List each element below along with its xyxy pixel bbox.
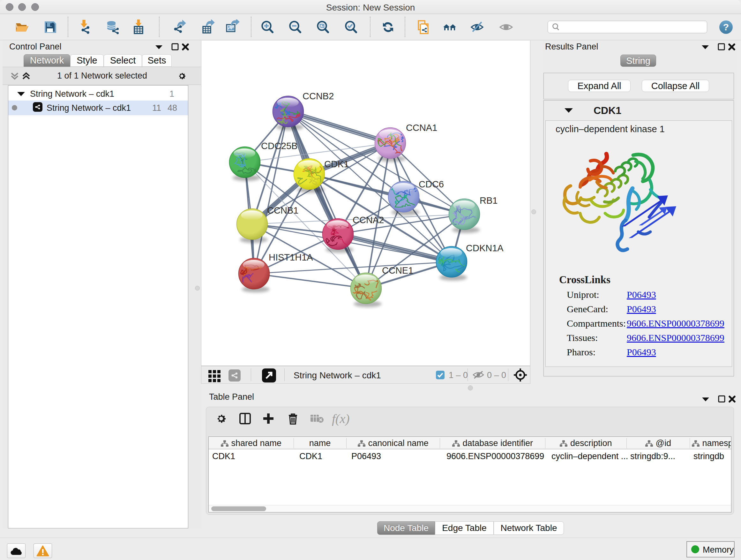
- svg-text:CCNB2: CCNB2: [302, 91, 334, 101]
- svg-text:CCNB1: CCNB1: [267, 205, 298, 215]
- svg-text:CCNA2: CCNA2: [353, 215, 384, 225]
- svg-text:CCNA1: CCNA1: [406, 123, 437, 133]
- svg-text:RB1: RB1: [480, 195, 497, 206]
- svg-text:CDK1: CDK1: [324, 159, 349, 169]
- svg-text:CCNE1: CCNE1: [382, 265, 413, 275]
- svg-text:CDC6: CDC6: [419, 179, 444, 189]
- svg-text:CDKN1A: CDKN1A: [466, 243, 503, 253]
- svg-text:CDC25B: CDC25B: [261, 141, 297, 151]
- svg-text:HIST1H1A: HIST1H1A: [269, 252, 313, 262]
